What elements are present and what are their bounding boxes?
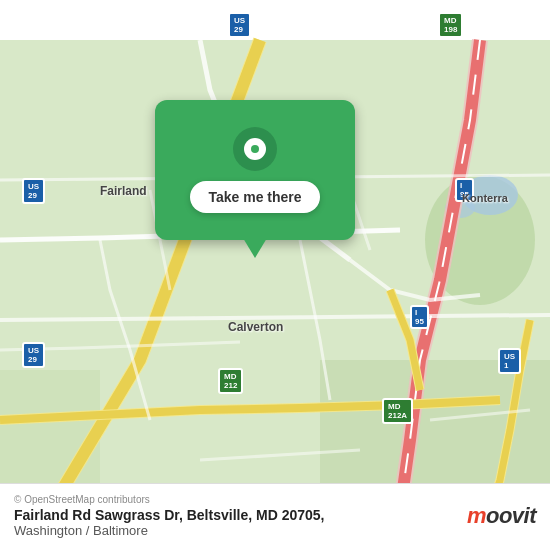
- bottom-bar-info: © OpenStreetMap contributors Fairland Rd…: [14, 494, 324, 538]
- popup-card: Take me there: [155, 100, 355, 240]
- location-address: Fairland Rd Sawgrass Dr, Beltsville, MD …: [14, 507, 324, 523]
- location-region: Washington / Baltimore: [14, 523, 324, 538]
- osm-credit: © OpenStreetMap contributors: [14, 494, 324, 505]
- location-pin: [233, 127, 277, 171]
- moovit-logo-text: moovit: [467, 503, 536, 529]
- moovit-logo: moovit: [467, 503, 536, 529]
- label-konterra: Konterra: [462, 192, 508, 204]
- map-container: US 29 MD 198 US 29 I 95 US 29 I 95 US 1 …: [0, 0, 550, 550]
- take-me-there-button[interactable]: Take me there: [190, 181, 319, 213]
- label-calverton: Calverton: [228, 320, 283, 334]
- label-fairland: Fairland: [100, 184, 147, 198]
- map-background: [0, 0, 550, 550]
- bottom-bar: © OpenStreetMap contributors Fairland Rd…: [0, 483, 550, 550]
